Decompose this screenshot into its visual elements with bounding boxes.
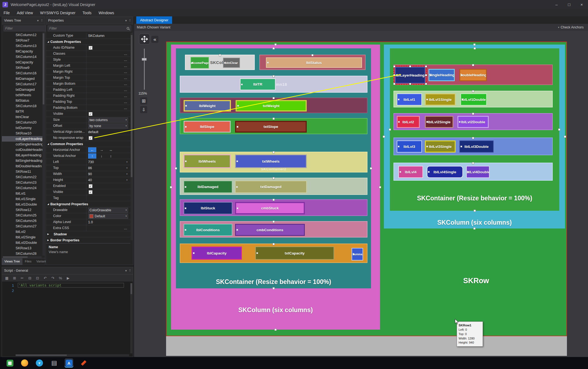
- pin-icon[interactable]: ⊺: [41, 19, 43, 22]
- views-tree-scrollbar[interactable]: [42, 32, 45, 256]
- designer-row[interactable]: lblLvl4lblLvl4SinglelblLvl4Double: [393, 163, 553, 181]
- designer-row[interactable]: SKColumn18lblTR: [180, 76, 367, 93]
- expander-icon[interactable]: ▶: [46, 239, 50, 241]
- selection-handle[interactable]: [409, 65, 411, 68]
- designer-row[interactable]: lblStatus: [259, 55, 366, 70]
- element-lblSlope[interactable]: lblSlope: [184, 121, 231, 133]
- stack-icon[interactable]: ▤: [50, 358, 59, 368]
- anchor-button[interactable]: ↓: [97, 153, 106, 159]
- element-lblLvl2Double[interactable]: lblLvl2Double: [457, 116, 489, 128]
- chevron-down-icon[interactable]: ▾: [126, 173, 128, 175]
- lock-icon[interactable]: ⊡: [35, 276, 40, 280]
- ellipsis-button[interactable]: …: [124, 58, 128, 62]
- element-lblConditions[interactable]: lblConditions: [184, 224, 232, 236]
- script-vscrollbar[interactable]: [130, 283, 132, 353]
- anchor-button[interactable]: ←: [88, 147, 96, 153]
- pan-tool-button[interactable]: [139, 34, 150, 45]
- zoom-slider[interactable]: [142, 49, 147, 90]
- pin-icon[interactable]: ⊺: [129, 269, 131, 273]
- check-anchors-button[interactable]: ▾ Check Anchors: [558, 25, 584, 29]
- dropdown[interactable]: by none▾: [88, 124, 128, 128]
- tree-item-lblLvl1Double[interactable]: lblLvl1Double: [2, 202, 42, 207]
- chevron-down-icon[interactable]: ▾: [126, 167, 128, 169]
- panel-tab-files[interactable]: Files: [22, 258, 34, 265]
- grid-icon[interactable]: ⊞: [12, 276, 17, 280]
- element-lblStuck[interactable]: lblStuck: [184, 202, 232, 214]
- properties-filter-input[interactable]: [49, 26, 126, 31]
- selection-handle[interactable]: [393, 74, 395, 76]
- tree-item-SKColumn24[interactable]: SKColumn24: [2, 185, 42, 191]
- element-cmbConditions[interactable]: cmbConditions: [235, 224, 305, 236]
- element-lblLvl3[interactable]: lblLvl3: [397, 140, 422, 153]
- tree-item-lblLvl2[interactable]: lblLvl2: [2, 229, 42, 235]
- element-cmbStuck[interactable]: cmbStuck: [235, 202, 305, 214]
- checkbox[interactable]: ✓: [89, 112, 92, 116]
- chevron-down-icon[interactable]: ▾: [125, 269, 127, 273]
- element-btnClear[interactable]: btnClear: [223, 58, 240, 68]
- element-lblLvl4Single[interactable]: lblLvl4Single: [427, 166, 463, 178]
- grid-toggle-button[interactable]: ⊞: [140, 97, 147, 104]
- element-lblLvl4Double[interactable]: lblLvl4Double: [466, 166, 489, 178]
- element-txtWheels[interactable]: txtWheels: [235, 154, 307, 168]
- views-tree-hscrollbar[interactable]: [2, 256, 42, 258]
- tree-item-txtDamaged[interactable]: txtDamaged: [2, 87, 42, 92]
- element-lblLvl4[interactable]: lblLvl4: [398, 166, 423, 178]
- element-lblLvl1Single[interactable]: lblLvl1Single: [425, 93, 456, 106]
- tree-item-SKRow13[interactable]: SKRow13: [2, 245, 42, 251]
- designer-row[interactable]: lblLvl2lblLvl2SinglelblLvl2Double: [393, 113, 553, 130]
- redo-icon[interactable]: ↷: [51, 276, 55, 280]
- run-icon[interactable]: ▶: [66, 276, 70, 280]
- close-button[interactable]: ×: [575, 0, 588, 9]
- new-icon[interactable]: ▦: [5, 276, 9, 280]
- tree-item-SKColumn18[interactable]: SKColumn18: [2, 103, 42, 109]
- script-editor[interactable]: 1'All variants script2: [2, 282, 133, 357]
- ellipsis-button[interactable]: …: [124, 76, 128, 80]
- tree-item-colDoubleHeadin[interactable]: colDoubleHeadin: [2, 147, 42, 153]
- menu-windows[interactable]: Windows: [95, 9, 118, 17]
- designer-row[interactable]: lblStuckcmbStuck: [180, 199, 367, 216]
- designer-row[interactable]: lblCapacitytxtCapacitySumma: [180, 244, 367, 263]
- selection-handle[interactable]: [393, 65, 395, 68]
- chevron-down-icon[interactable]: ▾: [37, 19, 39, 22]
- tree-item-lblLvl2Double[interactable]: lblLvl2Double: [2, 240, 42, 245]
- tree-item-lblDoubleHeadin[interactable]: lblDoubleHeadin: [2, 163, 42, 169]
- designer-row[interactable]: lblLayerHeadingSingleHeadingDoubleHeadin…: [393, 65, 553, 85]
- design-surface[interactable]: SKColumn (six columns)SKContainer (Resiz…: [166, 42, 567, 336]
- menu-wysiwyg-designer[interactable]: WYSIWYG Designer: [36, 9, 79, 17]
- designer-row[interactable]: lblLvl3lblLvl3SinglelblLvl3Double: [393, 137, 553, 155]
- tree-item-SKColumn13[interactable]: SKColumn13: [2, 43, 42, 49]
- expander-icon[interactable]: ◢: [46, 143, 50, 145]
- designer-row[interactable]: SKColumWelcomePageBbtnClear: [185, 55, 255, 70]
- skcontainer-left[interactable]: SKContainer (Resize behavior = 100%)SKCo…: [176, 48, 371, 288]
- tab-abstract-designer[interactable]: Abstract Designer: [136, 16, 172, 24]
- element-SingleHeading[interactable]: SingleHeading: [428, 69, 455, 81]
- export-button[interactable]: ⇩: [140, 106, 147, 113]
- checkbox[interactable]: ✓: [89, 190, 92, 194]
- telegram-icon[interactable]: ➤: [35, 358, 44, 368]
- element-txtCapacity[interactable]: txtCapacity: [255, 247, 334, 260]
- ellipsis-button[interactable]: …: [124, 82, 128, 86]
- checkbox[interactable]: ✓: [89, 136, 92, 140]
- tree-item-colSingleHeading[interactable]: colSingleHeading: [2, 142, 42, 147]
- element-lblLvl2[interactable]: lblLvl2: [397, 116, 420, 128]
- element-WelcomePageB[interactable]: WelcomePageB: [190, 57, 209, 69]
- tree-item-SKColumn26[interactable]: SKColumn26: [2, 218, 42, 224]
- properties-scrollbar[interactable]: [131, 33, 133, 240]
- element-DoubleHeading[interactable]: DoubleHeading: [459, 69, 487, 81]
- ellipsis-button[interactable]: …: [124, 64, 128, 68]
- tree-item-lblLvl1Single[interactable]: lblLvl1Single: [2, 196, 42, 202]
- ellipsis-button[interactable]: …: [124, 52, 128, 56]
- chevron-down-icon[interactable]: ▾: [126, 161, 128, 163]
- anchor-button[interactable]: ↔: [107, 147, 115, 153]
- dropdown[interactable]: Default▾: [88, 214, 128, 219]
- element-lblStatus[interactable]: lblStatus: [266, 57, 362, 68]
- element-lblCapacity[interactable]: lblCapacity: [192, 247, 242, 260]
- maximize-button[interactable]: □: [563, 0, 575, 9]
- selection-handle[interactable]: [425, 83, 427, 85]
- expander-icon[interactable]: ◢: [46, 203, 50, 205]
- ellipsis-button[interactable]: …: [124, 88, 128, 92]
- tree-item-txtCapacity[interactable]: txtCapacity: [2, 60, 42, 65]
- selection-handle[interactable]: [425, 65, 427, 68]
- designer-row[interactable]: SKContainer2lblWheelstxtWheels: [180, 152, 367, 172]
- tree-item-SKColumn27[interactable]: SKColumn27: [2, 224, 42, 229]
